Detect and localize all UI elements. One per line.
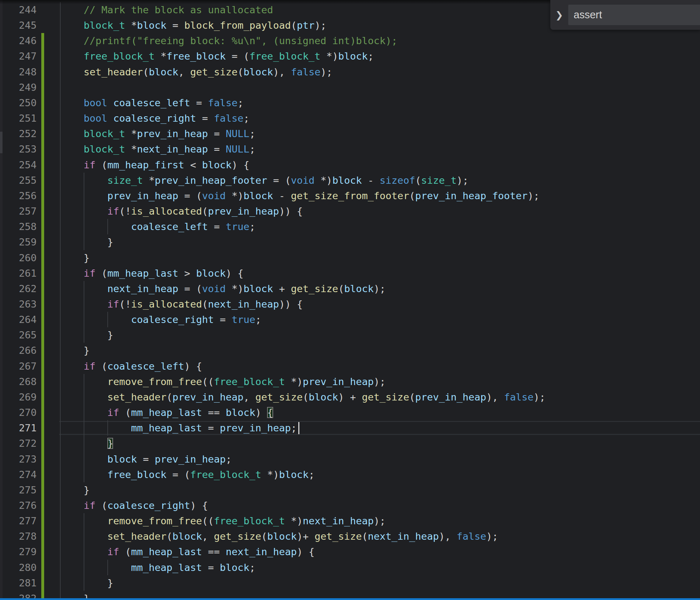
- code-line[interactable]: 253 block_t *next_in_heap = NULL;: [0, 141, 700, 157]
- code-line[interactable]: 271 mm_heap_last = prev_in_heap;: [0, 420, 700, 436]
- line-number[interactable]: 267: [0, 358, 37, 374]
- code-token: get_size: [214, 531, 261, 542]
- line-number[interactable]: 253: [0, 141, 37, 157]
- code-line[interactable]: 247 free_block_t *free_block = (free_blo…: [0, 48, 700, 64]
- line-number[interactable]: 257: [0, 203, 37, 219]
- code-line[interactable]: 261 if (mm_heap_last > block) {: [0, 266, 700, 281]
- code-editor[interactable]: 244 // Mark the block as unallocated245 …: [0, 0, 700, 600]
- code-token: block: [220, 562, 249, 573]
- code-line[interactable]: 263 if(!is_allocated(next_in_heap)) {: [0, 296, 700, 312]
- line-number[interactable]: 260: [0, 250, 37, 266]
- code-line[interactable]: 246 //printf("freeing block: %u\n", (uns…: [0, 33, 700, 48]
- find-widget: ❯: [550, 0, 700, 30]
- line-number[interactable]: 250: [0, 95, 37, 111]
- code-line[interactable]: 266 }: [0, 343, 700, 358]
- code-token: if: [84, 361, 95, 372]
- line-number[interactable]: 276: [0, 498, 37, 513]
- line-number[interactable]: 252: [0, 126, 37, 141]
- line-number[interactable]: 273: [0, 451, 37, 467]
- code-line[interactable]: 269 set_header(prev_in_heap, get_size(bl…: [0, 389, 700, 405]
- code-token: free_block: [167, 51, 226, 62]
- code-line[interactable]: 272 }: [0, 436, 700, 451]
- line-number[interactable]: 278: [0, 529, 37, 544]
- line-number[interactable]: 256: [0, 188, 37, 203]
- line-number[interactable]: 270: [0, 405, 37, 420]
- code-line[interactable]: 257 if(!is_allocated(prev_in_heap)) {: [0, 203, 700, 219]
- code-line[interactable]: 250 bool coalesce_left = false;: [0, 95, 700, 111]
- code-token: block: [137, 20, 166, 31]
- line-number[interactable]: 266: [0, 343, 37, 358]
- code-line[interactable]: 259 }: [0, 234, 700, 250]
- line-number[interactable]: 249: [0, 80, 37, 95]
- code-line[interactable]: 279 if (mm_heap_last == next_in_heap) {: [0, 544, 700, 559]
- line-number[interactable]: 261: [0, 266, 37, 281]
- left-edge-strip: [0, 0, 3, 600]
- left-scrollbar-thumb[interactable]: [0, 132, 3, 153]
- code-line[interactable]: 248 set_header(block, get_size(block), f…: [0, 64, 700, 80]
- code-line[interactable]: 268 remove_from_free((free_block_t *)pre…: [0, 374, 700, 389]
- line-number[interactable]: 272: [0, 436, 37, 451]
- code-line[interactable]: 275 }: [0, 482, 700, 498]
- line-number[interactable]: 274: [0, 467, 37, 482]
- code-token: false: [208, 97, 237, 108]
- indent-guide: [84, 529, 84, 544]
- line-number[interactable]: 245: [0, 18, 37, 33]
- code-line-content: set_header(prev_in_heap, get_size(block)…: [60, 389, 545, 405]
- code-line[interactable]: 277 remove_from_free((free_block_t *)nex…: [0, 513, 700, 529]
- line-number[interactable]: 264: [0, 312, 37, 327]
- line-number[interactable]: 275: [0, 482, 37, 498]
- line-number[interactable]: 251: [0, 111, 37, 126]
- line-number[interactable]: 277: [0, 513, 37, 529]
- code-line[interactable]: 252 block_t *prev_in_heap = NULL;: [0, 126, 700, 141]
- code-line[interactable]: 260 }: [0, 250, 700, 266]
- code-line-content: }: [60, 250, 89, 266]
- code-line[interactable]: 278 set_header(block, get_size(block)+ g…: [0, 529, 700, 544]
- indent-guide: [84, 234, 84, 250]
- code-line[interactable]: 273 block = prev_in_heap;: [0, 451, 700, 467]
- line-number[interactable]: 271: [0, 420, 37, 436]
- code-token: block: [338, 51, 368, 62]
- code-line[interactable]: 249: [0, 80, 700, 95]
- line-number[interactable]: 258: [0, 219, 37, 234]
- line-number[interactable]: 255: [0, 173, 37, 188]
- line-number[interactable]: 254: [0, 157, 37, 173]
- code-line[interactable]: 265 }: [0, 327, 700, 343]
- line-number[interactable]: 262: [0, 281, 37, 296]
- code-line[interactable]: 264 coalesce_right = true;: [0, 312, 700, 327]
- line-number[interactable]: 280: [0, 560, 37, 575]
- line-number[interactable]: 265: [0, 327, 37, 343]
- code-area[interactable]: 244 // Mark the block as unallocated245 …: [0, 2, 700, 600]
- line-number[interactable]: 268: [0, 374, 37, 389]
- find-input[interactable]: [568, 5, 700, 25]
- line-number[interactable]: 248: [0, 64, 37, 80]
- code-line-content: set_header(block, get_size(block)+ get_s…: [60, 529, 498, 544]
- code-token: *: [125, 20, 137, 31]
- code-line[interactable]: 255 size_t *prev_in_heap_footer = (void …: [0, 173, 700, 188]
- line-number[interactable]: 269: [0, 389, 37, 405]
- code-line[interactable]: 274 free_block = (free_block_t *)block;: [0, 467, 700, 482]
- code-line[interactable]: 270 if (mm_heap_last == block) {: [0, 405, 700, 420]
- code-token: =: [202, 422, 220, 433]
- code-line[interactable]: 267 if (coalesce_left) {: [0, 358, 700, 374]
- code-token: next_in_heap: [303, 515, 374, 526]
- line-number[interactable]: 263: [0, 296, 37, 312]
- code-line[interactable]: 280 mm_heap_last = block;: [0, 560, 700, 575]
- toggle-replace-button[interactable]: ❯: [550, 0, 568, 30]
- line-number[interactable]: 244: [0, 2, 37, 18]
- code-line[interactable]: 276 if (coalesce_right) {: [0, 498, 700, 513]
- code-token: prev_in_heap: [303, 376, 374, 387]
- line-number[interactable]: 279: [0, 544, 37, 559]
- code-token: ): [255, 407, 267, 418]
- code-token: next_in_heap: [208, 299, 279, 310]
- line-number[interactable]: 247: [0, 48, 37, 64]
- line-number[interactable]: 259: [0, 234, 37, 250]
- line-number[interactable]: 281: [0, 575, 37, 591]
- code-line[interactable]: 256 prev_in_heap = (void *)block - get_s…: [0, 188, 700, 203]
- indent-guide: [60, 498, 61, 513]
- code-line[interactable]: 258 coalesce_left = true;: [0, 219, 700, 234]
- code-line[interactable]: 262 next_in_heap = (void *)block + get_s…: [0, 281, 700, 296]
- code-line[interactable]: 281 }: [0, 575, 700, 591]
- line-number[interactable]: 246: [0, 33, 37, 48]
- code-line[interactable]: 251 bool coalesce_right = false;: [0, 111, 700, 126]
- code-line[interactable]: 254 if (mm_heap_first < block) {: [0, 157, 700, 173]
